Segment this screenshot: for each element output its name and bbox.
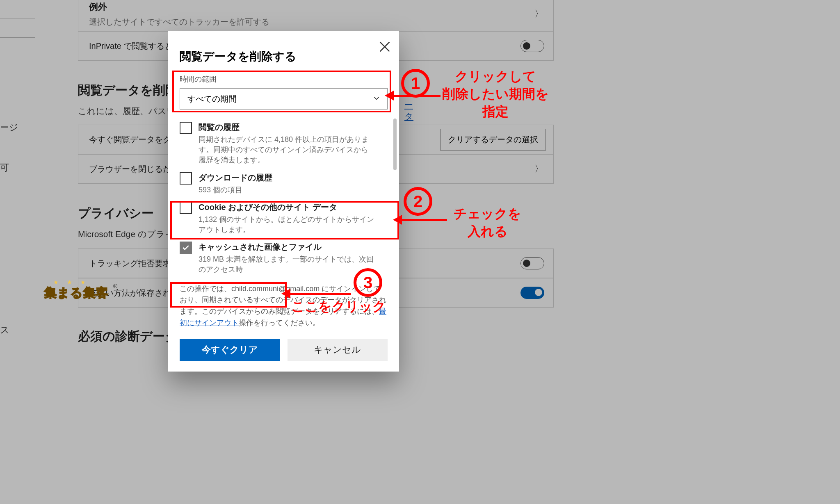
- annotation-number-1: 1: [401, 69, 430, 98]
- cancel-button[interactable]: キャンセル: [288, 339, 388, 361]
- diag-title: 必須の診断データ: [78, 328, 178, 345]
- clear-browsing-data-dialog: 閲覧データを削除する 時間の範囲 すべての期間 閲覧の履歴 同期されたデバイスに…: [168, 31, 399, 372]
- chevron-right-icon: 〉: [534, 163, 543, 175]
- privacy-title: プライバシー: [78, 205, 174, 222]
- toggle-dnt[interactable]: [520, 257, 544, 269]
- clear-now-label: 今すぐ閲覧データをク: [89, 134, 171, 145]
- item-desc: 1,132 個のサイトから。ほとんどのサイトからサインアウトします。: [199, 214, 374, 235]
- item-browsing-history[interactable]: 閲覧の履歴 同期されたデバイスに 4,180 件以上の項目があります。同期中のす…: [180, 119, 395, 169]
- item-desc: 593 個の項目: [199, 185, 272, 195]
- annotation-arrow-2: [401, 219, 447, 221]
- arrow-head-icon: [385, 91, 394, 100]
- choose-clear-data-button[interactable]: クリアするデータの選択: [440, 129, 546, 151]
- clear-now-button[interactable]: 今すぐクリア: [180, 339, 280, 361]
- left-frag: ージ: [0, 121, 18, 134]
- item-title: 閲覧の履歴: [199, 122, 374, 133]
- inprivate-label: InPrivate で閲覧すると: [89, 41, 173, 52]
- annotation-text-2: チェックを入れる: [454, 205, 521, 240]
- exceptions-title: 例外: [89, 1, 107, 13]
- annotation-arrow-3: [290, 293, 351, 295]
- item-desc: 同期されたデバイスに 4,180 件以上の項目があります。同期中のすべてのサイン…: [199, 135, 374, 166]
- chevron-down-icon: [372, 94, 381, 104]
- time-range-label: 時間の範囲: [168, 67, 399, 86]
- item-title: Cookie およびその他のサイト データ: [199, 202, 374, 213]
- annotation-number-3: 3: [354, 268, 382, 297]
- checkbox-cached-images[interactable]: [180, 242, 192, 254]
- item-title: キャッシュされた画像とファイル: [199, 242, 374, 253]
- item-desc: 319 MB 未満を解放します。一部のサイトでは、次回のアクセス時: [199, 254, 374, 275]
- dnt-label: トラッキング拒否要求を: [89, 258, 179, 269]
- privacy-sub: Microsoft Edge のプライ: [78, 228, 174, 240]
- exceptions-row[interactable]: 例外 選択したサイトですべてのトラッカーを許可する 〉: [78, 0, 554, 31]
- item-cookies[interactable]: Cookie およびその他のサイト データ 1,132 個のサイトから。ほとんど…: [180, 198, 395, 238]
- item-download-history[interactable]: ダウンロードの履歴 593 個の項目: [180, 169, 395, 198]
- exceptions-sub: 選択したサイトですべてのトラッカーを許可する: [89, 16, 269, 27]
- chevron-right-icon: 〉: [534, 8, 543, 20]
- time-range-value: すべての期間: [187, 94, 237, 105]
- time-range-select[interactable]: すべての期間: [180, 88, 388, 109]
- left-frag: ス: [0, 324, 9, 336]
- annotation-text-3: ここをクリック: [291, 298, 386, 315]
- arrow-head-icon: [393, 215, 402, 225]
- left-stub-box: [0, 18, 35, 38]
- watermark-registered-icon: ®: [113, 283, 117, 290]
- dialog-title: 閲覧データを削除する: [168, 31, 399, 67]
- toggle-inprivate[interactable]: [520, 40, 544, 52]
- annotation-text-1: クリックして削除したい期間を指定: [442, 68, 549, 121]
- close-icon[interactable]: [378, 40, 392, 54]
- item-title: ダウンロードの履歴: [199, 172, 272, 183]
- arrow-head-icon: [281, 289, 290, 299]
- left-frag: 可: [0, 162, 9, 174]
- watermark-logo: 集まる集客: [44, 285, 109, 301]
- toggle-payment[interactable]: [520, 287, 544, 299]
- data-type-list: 閲覧の履歴 同期されたデバイスに 4,180 件以上の項目があります。同期中のす…: [180, 119, 395, 278]
- scrollbar-thumb[interactable]: [393, 119, 397, 170]
- checkbox-cookies[interactable]: [180, 202, 192, 214]
- annotation-number-2: 2: [404, 187, 432, 216]
- checkbox-browsing-history[interactable]: [180, 122, 192, 134]
- checkbox-download-history[interactable]: [180, 172, 192, 185]
